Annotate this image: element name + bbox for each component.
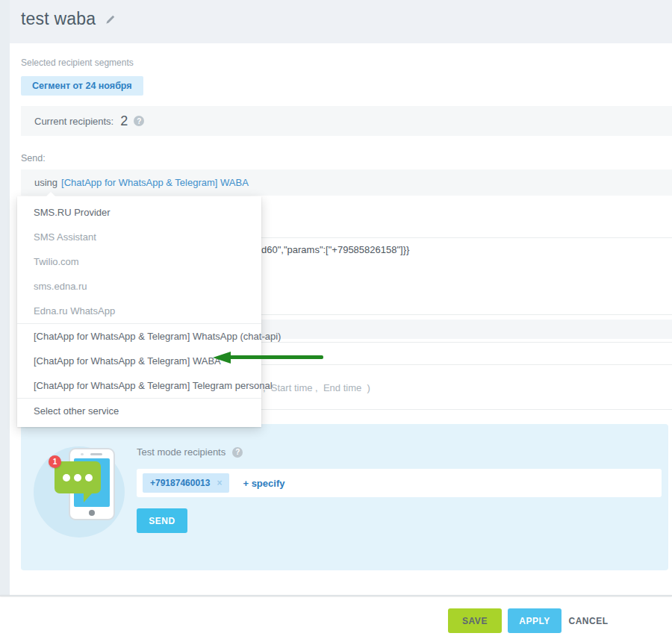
typing-dot (74, 474, 81, 482)
specify-link[interactable]: + specify (243, 478, 284, 489)
test-mode-label-row: Test mode recipients ? (137, 446, 243, 458)
test-recipients-input[interactable]: +79187460013 × + specify (137, 469, 662, 497)
dropdown-item-chatapp-telegram[interactable]: [ChatApp for WhatsApp & Telegram] Telegr… (17, 373, 261, 398)
save-button[interactable]: SAVE (448, 608, 502, 633)
phone-home-button (89, 510, 95, 516)
recipient-phone-number: +79187460013 (150, 478, 210, 488)
help-icon[interactable]: ? (134, 116, 144, 126)
arrow-shaft (229, 355, 323, 359)
typing-dot (85, 474, 93, 482)
left-sidebar-strip (0, 0, 10, 595)
segment-chip[interactable]: Сегмент от 24 ноября (21, 76, 143, 96)
using-prefix-label: using (34, 177, 57, 188)
apply-button[interactable]: APPLY (508, 608, 561, 633)
dropdown-item-smsru[interactable]: SMS.RU Provider (17, 200, 261, 225)
phone-message-illustration: 1 (21, 424, 140, 551)
current-recipients-row: Current recipients: 2 ? (21, 106, 672, 136)
footer-bar: SAVE APPLY CANCEL (0, 597, 672, 642)
dropdown-item-other-service[interactable]: Select other service (17, 399, 261, 423)
test-mode-label: Test mode recipients (137, 446, 225, 458)
chat-bubble-icon (55, 461, 101, 493)
phone-speaker (90, 453, 102, 455)
dropdown-item-sms-edna[interactable]: sms.edna.ru (17, 274, 261, 299)
dropdown-item-sms-assistant[interactable]: SMS Assistant (17, 225, 261, 249)
bubble-tail (84, 493, 93, 502)
current-recipients-count: 2 (120, 113, 128, 129)
typing-dot (63, 474, 70, 482)
campaign-editor-page: test waba Selected recipient segments Се… (0, 0, 672, 642)
edit-pencil-icon[interactable] (105, 14, 116, 25)
page-title: test waba (21, 9, 96, 29)
footer-divider (0, 595, 672, 596)
help-icon[interactable]: ? (232, 447, 243, 458)
selected-service-link[interactable]: [ChatApp for WhatsApp & Telegram] WABA (61, 177, 249, 188)
test-mode-panel: 1 Test mode recipients ? +79187460013 × … (21, 424, 668, 570)
dropdown-caret (46, 192, 56, 197)
phone-camera-dot (81, 453, 84, 455)
dropdown-item-twilio[interactable]: Twilio.com (17, 249, 261, 274)
title-row: test waba (21, 9, 116, 29)
segments-label: Selected recipient segments (21, 57, 134, 68)
cancel-button[interactable]: CANCEL (564, 608, 612, 633)
arrow-head (213, 352, 231, 364)
remove-recipient-icon[interactable]: × (217, 478, 222, 488)
schedule-fields-fragment: , Start time , End time ) (263, 382, 370, 393)
message-json-fragment: d60","params":["+79585826158"]}} (261, 244, 409, 255)
send-service-row: using [ChatApp for WhatsApp & Telegram] … (21, 169, 672, 196)
current-recipients-label: Current recipients: (34, 116, 113, 127)
send-label: Send: (21, 153, 46, 163)
dropdown-item-chatapp-whatsapp[interactable]: [ChatApp for WhatsApp & Telegram] WhatsA… (17, 324, 261, 349)
notification-badge: 1 (49, 455, 61, 468)
dropdown-item-edna-whatsapp[interactable]: Edna.ru WhatsApp (17, 299, 261, 323)
test-send-button[interactable]: SEND (137, 508, 187, 533)
green-arrow-annotation (213, 352, 323, 364)
service-dropdown: SMS.RU Provider SMS Assistant Twilio.com… (17, 196, 261, 427)
recipient-phone-chip: +79187460013 × (143, 473, 229, 493)
campaign-card: Selected recipient segments Сегмент от 2… (10, 43, 672, 595)
